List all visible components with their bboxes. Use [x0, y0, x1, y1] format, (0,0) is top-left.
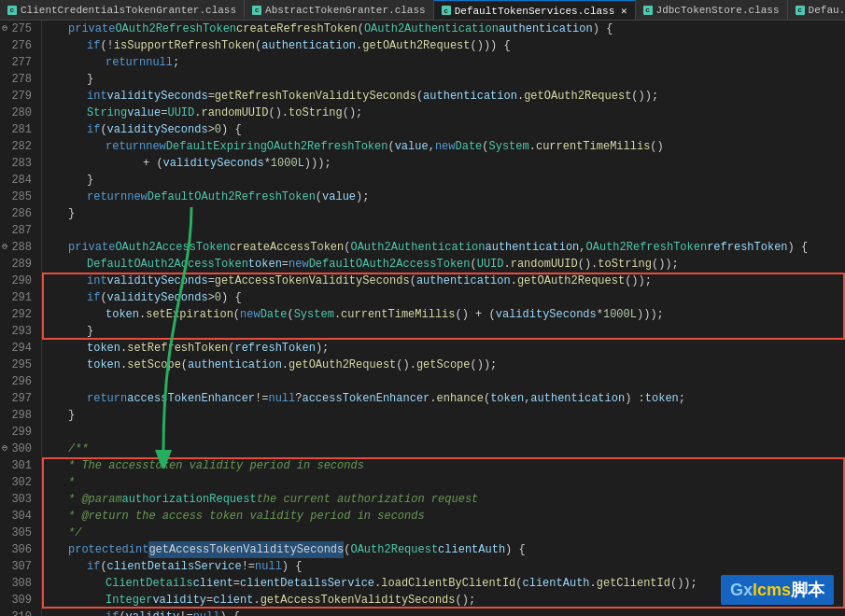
ln-303: 303: [0, 491, 37, 508]
code-line-275: private OAuth2RefreshToken createRefresh…: [42, 21, 845, 37]
code-editor: 275 276 277 278 279 280 281 282 283 284 …: [0, 21, 845, 616]
ln-310: 310: [0, 609, 37, 616]
code-line-288: private OAuth2AccessToken createAccessTo…: [42, 239, 845, 256]
code-line-281: if (validitySeconds > 0) {: [42, 121, 845, 138]
ln-297: 297: [0, 390, 37, 407]
code-line-280: String value = UUID.randomUUID().toStrin…: [42, 105, 845, 121]
ln-301: 301: [0, 457, 37, 474]
tab-default-extra[interactable]: c Defau...: [788, 0, 845, 20]
code-line-306: protected int getAccessTokenValiditySeco…: [42, 541, 845, 558]
ln-275: 275: [0, 21, 37, 37]
ln-286: 286: [0, 205, 37, 222]
watermark-text-1: Gx: [730, 581, 753, 599]
ln-309: 309: [0, 592, 37, 609]
watermark-text-3: 脚本: [791, 581, 824, 599]
tab-icon-5: c: [796, 6, 805, 15]
line-number-gutter: 275 276 277 278 279 280 281 282 283 284 …: [0, 21, 42, 616]
tab-label-4: JdbcTokenStore.class: [656, 5, 780, 16]
tab-jdbc-token[interactable]: c JdbcTokenStore.class: [636, 0, 788, 20]
ln-295: 295: [0, 357, 37, 373]
code-line-305: */: [42, 525, 845, 541]
ln-281: 281: [0, 121, 37, 138]
ln-284: 284: [0, 172, 37, 189]
ln-291: 291: [0, 289, 37, 306]
code-line-285: return new DefaultOAuth2RefreshToken(val…: [42, 189, 845, 205]
ln-277: 277: [0, 54, 37, 71]
code-line-291: if (validitySeconds > 0) {: [42, 289, 845, 306]
code-line-293: }: [42, 323, 845, 340]
code-line-295: token.setScope(authentication.getOAuth2R…: [42, 357, 845, 373]
tab-default-token[interactable]: c DefaultTokenServices.class ✕: [434, 0, 636, 20]
ln-288: 288: [0, 239, 37, 256]
code-line-299: [42, 424, 845, 441]
code-line-282: return new DefaultExpiringOAuth2RefreshT…: [42, 138, 845, 155]
ln-283: 283: [0, 155, 37, 172]
code-line-279: int validitySeconds = getRefreshTokenVal…: [42, 88, 845, 105]
code-line-276: if (!isSupportRefreshToken(authenticatio…: [42, 37, 845, 54]
ln-307: 307: [0, 558, 37, 575]
ln-294: 294: [0, 340, 37, 357]
ln-285: 285: [0, 189, 37, 205]
ln-293: 293: [0, 323, 37, 340]
ln-280: 280: [0, 105, 37, 121]
ln-299: 299: [0, 424, 37, 441]
code-line-277: return null;: [42, 54, 845, 71]
watermark-text-2: lcms: [753, 581, 791, 599]
code-line-278: }: [42, 71, 845, 88]
code-line-284: }: [42, 172, 845, 189]
ln-298: 298: [0, 407, 37, 424]
tab-icon-1: c: [7, 6, 17, 15]
ln-296: 296: [0, 373, 37, 390]
ln-305: 305: [0, 525, 37, 541]
code-line-298: }: [42, 407, 845, 424]
code-line-301: * The accesstoken validity period in sec…: [42, 457, 845, 474]
tab-icon-2: c: [252, 6, 261, 15]
ln-308: 308: [0, 575, 37, 592]
ln-292: 292: [0, 306, 37, 323]
code-line-300: /**: [42, 441, 845, 457]
code-line-303: * @param authorizationRequest the curren…: [42, 491, 845, 508]
tab-client-credentials[interactable]: c ClientCredentialsTokenGranter.class: [0, 0, 245, 20]
tab-label-5: Defau...: [809, 5, 845, 16]
code-line-290: int validitySeconds = getAccessTokenVali…: [42, 273, 845, 289]
code-line-297: return accessTokenEnhancer != null ? acc…: [42, 390, 845, 407]
ln-289: 289: [0, 256, 37, 273]
code-line-286: }: [42, 205, 845, 222]
code-line-302: *: [42, 474, 845, 491]
code-line-289: DefaultOAuth2AccessToken token = new Def…: [42, 256, 845, 273]
ln-300: 300: [0, 441, 37, 457]
code-line-296: [42, 373, 845, 390]
ln-279: 279: [0, 88, 37, 105]
tab-icon-3: c: [442, 6, 451, 15]
ln-290: 290: [0, 273, 37, 289]
watermark: Gxlcms脚本: [721, 575, 834, 605]
ln-282: 282: [0, 138, 37, 155]
tab-label-3: DefaultTokenServices.class ✕: [455, 5, 627, 17]
code-line-294: token.setRefreshToken(refreshToken);: [42, 340, 845, 357]
tab-label-2: AbstractTokenGranter.class: [265, 5, 426, 16]
ln-304: 304: [0, 508, 37, 525]
code-content: private OAuth2RefreshToken createRefresh…: [42, 21, 845, 616]
ln-306: 306: [0, 541, 37, 558]
tab-label-1: ClientCredentialsTokenGranter.class: [21, 5, 236, 16]
code-line-307: if (clientDetailsService != null) {: [42, 558, 845, 575]
tab-bar[interactable]: c ClientCredentialsTokenGranter.class c …: [0, 0, 845, 21]
tab-abstract-token[interactable]: c AbstractTokenGranter.class: [245, 0, 434, 20]
editor-window: c ClientCredentialsTokenGranter.class c …: [0, 0, 845, 616]
code-line-287: [42, 222, 845, 239]
code-line-283: + (validitySeconds * 1000L)));: [42, 155, 845, 172]
code-line-310: if (validity != null) {: [42, 609, 845, 616]
ln-276: 276: [0, 37, 37, 54]
ln-302: 302: [0, 474, 37, 491]
code-line-304: * @return the access token validity peri…: [42, 508, 845, 525]
ln-278: 278: [0, 71, 37, 88]
tab-icon-4: c: [643, 6, 653, 15]
ln-287: 287: [0, 222, 37, 239]
code-line-292: token.setExpiration(new Date(System.curr…: [42, 306, 845, 323]
